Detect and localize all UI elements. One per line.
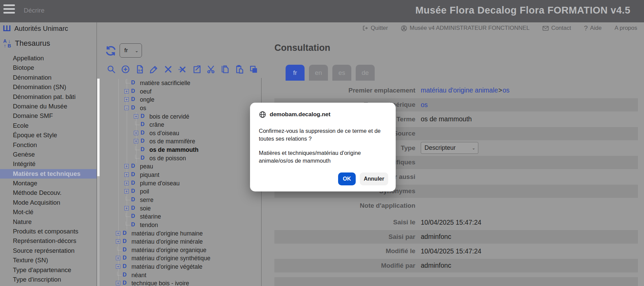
apropos-link[interactable]: A propos (615, 25, 637, 32)
tree-term-label[interactable]: matériau d'origine minérale (131, 238, 203, 245)
add-term-button[interactable] (121, 65, 130, 74)
term-link[interactable]: matériau d'origine animale (421, 86, 498, 94)
expand-icon[interactable]: + (124, 181, 129, 185)
tree-term-label[interactable]: néant (131, 272, 146, 279)
sidebar-item-mati-res-et-techniques[interactable]: Matières et techniques (0, 169, 97, 179)
expand-icon[interactable]: + (124, 97, 129, 102)
expand-icon[interactable]: + (134, 139, 138, 143)
unlink-button[interactable] (178, 65, 187, 74)
tree-term-label[interactable]: os de mammouth (149, 146, 199, 154)
type-select[interactable]: Descripteur⌄ (421, 142, 478, 154)
sidebar-item-d-nomination-pat-b-ti[interactable]: Dénomination pat. bâti (0, 92, 97, 102)
collapse-icon[interactable]: − (124, 106, 129, 110)
tree-term-label[interactable]: technique bois - ivoire (131, 280, 189, 286)
tree-term-label[interactable]: soie (140, 205, 151, 212)
sidebar-item-d-nomination[interactable]: Dénomination (0, 73, 97, 82)
aide-link[interactable]: ? Aide (584, 24, 602, 32)
refresh-button[interactable] (104, 44, 117, 57)
tree-term-label[interactable]: peau (140, 163, 153, 170)
expand-icon[interactable]: + (134, 131, 138, 135)
edit-button[interactable] (149, 65, 159, 74)
new-document-button[interactable]: s+ (135, 65, 144, 74)
sidebar-item-int-grit-[interactable]: Intégrité (0, 159, 97, 169)
path-separator: > (498, 86, 502, 94)
tree-term-label[interactable]: ongle (140, 96, 154, 103)
sidebar-item-montage[interactable]: Montage (0, 179, 97, 188)
term-link[interactable]: os (503, 86, 510, 94)
contact-link[interactable]: Contact (542, 25, 571, 32)
sidebar-item-source-repr-sentation[interactable]: Source représentation (0, 246, 97, 256)
tab-lang-de[interactable]: de (356, 65, 375, 81)
sidebar-item-nature[interactable]: Nature (0, 217, 97, 227)
expand-icon[interactable]: + (124, 89, 129, 94)
expand-icon[interactable]: + (124, 206, 129, 210)
sidebar-item-repr-sentation-d-cors[interactable]: Représentation-décors (0, 236, 97, 246)
sidebar-item-type-d-inscription[interactable]: Type d'inscription (0, 275, 97, 284)
search-button[interactable] (107, 65, 116, 74)
tree-term-label[interactable]: oeuf (140, 88, 151, 95)
tree-term-label[interactable]: matériau d'origine organique (131, 247, 206, 254)
tree-term-label[interactable]: os de mammifère (149, 138, 195, 145)
user-account[interactable]: Musée v4 ADMINISTRATEUR FONCTIONNEL (401, 25, 529, 32)
expand-icon[interactable]: + (116, 281, 120, 285)
sidebar-item-ecole[interactable]: Ecole (0, 121, 97, 130)
cut-button[interactable] (206, 65, 215, 74)
tree-term-label[interactable]: os de poisson (149, 155, 186, 162)
sidebar-item-domaine-smf[interactable]: Domaine SMF (0, 111, 97, 121)
open-external-button[interactable] (192, 65, 201, 74)
tab-lang-en[interactable]: en (309, 65, 328, 81)
delete-button[interactable] (164, 65, 173, 74)
sidebar-item-d-nomination-sn-[interactable]: Dénomination (SN) (0, 82, 97, 92)
tree-language-select[interactable]: fr ⌄ (120, 43, 142, 58)
quitter-link[interactable]: Quitter (362, 25, 388, 32)
tab-lang-es[interactable]: es (332, 65, 351, 81)
descriptor-icon: D (131, 96, 135, 102)
sidebar-item-type-d-appartenance[interactable]: Type d'appartenance (0, 265, 97, 275)
sidebar-item-biotope[interactable]: Biotope (0, 63, 97, 73)
paste-button[interactable] (235, 65, 244, 74)
sidebar-section-thesaurus[interactable]: A↓↑B Thesaurus (3, 39, 50, 48)
tree-term-label[interactable]: stéarine (140, 213, 161, 220)
tree-term-label[interactable]: matière sacrificielle (140, 80, 190, 87)
tree-term-label[interactable]: os d'oiseau (149, 130, 179, 137)
tab-lang-fr[interactable]: fr (286, 65, 305, 81)
tree-term-label[interactable]: piquant (140, 171, 159, 179)
sidebar-item-fonction[interactable]: Fonction (0, 140, 97, 150)
sidebar-item-gen-se[interactable]: Genèse (0, 150, 97, 159)
tree-term-label[interactable]: os (140, 105, 146, 112)
tree-term-label[interactable]: poil (140, 188, 149, 195)
term-link[interactable]: os (421, 101, 428, 109)
expand-icon[interactable]: + (116, 264, 120, 269)
tree-term-label[interactable]: matériau d'origine humaine (131, 230, 203, 237)
sidebar-item-produits-et-composants[interactable]: Produits et composants (0, 227, 97, 236)
sidebar-item-m-thode-decouv-[interactable]: Méthode Decouv. (0, 188, 97, 198)
tree-term-label[interactable]: plume d'oiseau (140, 180, 180, 187)
sidebar-item-texture-sn-[interactable]: Texture (SN) (0, 256, 97, 265)
sidebar-item-mot-cl-[interactable]: Mot-clé (0, 207, 97, 217)
expand-icon[interactable]: + (124, 189, 129, 193)
expand-icon[interactable]: + (124, 172, 129, 177)
thesaurus-list: AppellationBiotopeDénominationDénominati… (0, 54, 97, 286)
sidebar-item-appellation[interactable]: Appellation (0, 54, 97, 63)
sidebar-item-mode-acquisition[interactable]: Mode Acquisition (0, 198, 97, 207)
expand-icon[interactable]: + (116, 231, 120, 236)
cancel-button[interactable]: Annuler (360, 172, 388, 185)
duplicate-button[interactable] (249, 65, 258, 74)
sidebar-section-autorites-unimarc[interactable]: Ш Autorités Unimarc (3, 24, 68, 33)
expand-icon[interactable]: + (116, 256, 120, 260)
expand-icon[interactable]: + (134, 114, 138, 119)
hamburger-menu-icon[interactable] (3, 4, 15, 18)
ok-button[interactable]: OK (338, 172, 356, 185)
copy-button[interactable] (221, 65, 230, 74)
sidebar-item-domaine-du-mus-e[interactable]: Domaine du Musée (0, 102, 97, 111)
expand-icon[interactable]: + (124, 164, 129, 168)
tree-term-label[interactable]: crâne (149, 121, 164, 128)
tree-term-label[interactable]: matériau d'origine synthétique (131, 255, 210, 262)
tree-term-label[interactable]: matériau d'origine végétale (131, 263, 203, 270)
tree-term-label[interactable]: bois de cervidé (149, 113, 189, 120)
tree-term-label[interactable]: serre (140, 197, 153, 204)
sidebar-item--poque-et-style[interactable]: Époque et Style (0, 130, 97, 140)
tree-term-label[interactable]: tendon (140, 222, 158, 229)
sidebar-item-typologie[interactable]: Typologie (0, 284, 97, 286)
expand-icon[interactable]: + (116, 239, 120, 244)
